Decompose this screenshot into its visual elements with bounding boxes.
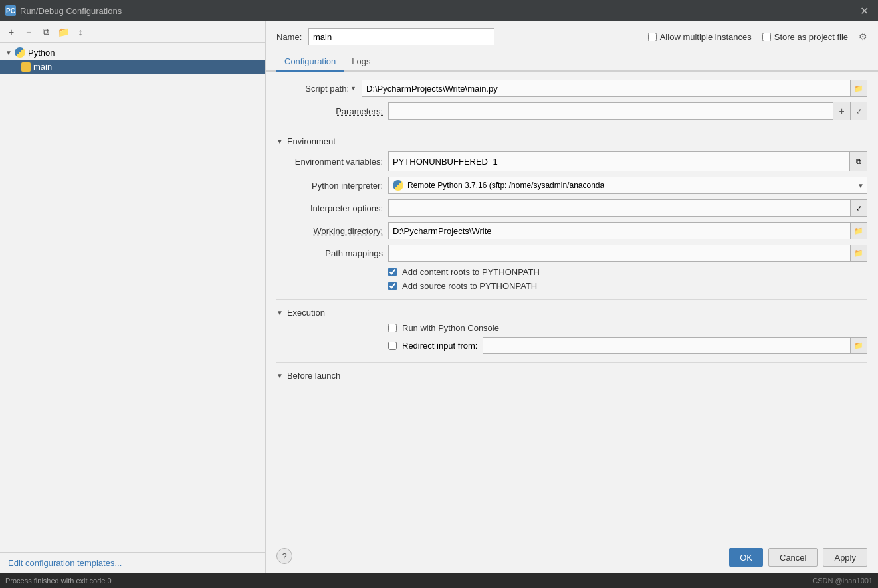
script-path-dropdown-arrow[interactable]: ▼ — [350, 85, 356, 92]
before-launch-arrow: ▼ — [276, 372, 283, 379]
allow-multiple-label: Allow multiple instances — [660, 32, 752, 42]
add-content-roots-row: Add content roots to PYTHONPATH — [276, 267, 867, 277]
add-config-button[interactable]: + — [4, 25, 19, 39]
config-tree: ▼ Python main — [0, 43, 265, 552]
help-button[interactable]: ? — [276, 548, 292, 564]
allow-multiple-item: Allow multiple instances — [648, 32, 752, 42]
env-vars-label: Environment variables: — [276, 157, 383, 167]
remove-config-button[interactable]: − — [21, 25, 36, 39]
apply-button[interactable]: Apply — [823, 548, 867, 567]
title-bar: PC Run/Debug Configurations ✕ — [0, 0, 878, 21]
store-project-checkbox[interactable] — [762, 33, 771, 41]
interpreter-python-icon — [393, 180, 403, 191]
execution-label: Execution — [287, 308, 325, 318]
environment-collapse-arrow: ▼ — [276, 138, 283, 145]
working-dir-browse-button[interactable]: 📁 — [850, 222, 867, 239]
separator-1 — [276, 128, 867, 128]
interpreter-options-input[interactable] — [388, 199, 867, 217]
working-dir-label: Working directory: — [276, 226, 383, 236]
tree-arrow-python: ▼ — [5, 49, 12, 56]
path-mappings-input[interactable] — [388, 245, 867, 262]
tab-configuration[interactable]: Configuration — [276, 52, 344, 72]
add-content-roots-checkbox[interactable] — [388, 268, 397, 276]
sort-config-button[interactable]: ↕ — [73, 25, 88, 39]
parameters-plus-button[interactable]: + — [833, 102, 850, 120]
tree-python-group[interactable]: ▼ Python — [0, 45, 265, 60]
env-vars-box[interactable]: PYTHONUNBUFFERED=1 ⧉ — [388, 151, 867, 171]
add-content-roots-label: Add content roots to PYTHONPATH — [402, 267, 540, 277]
separator-3 — [276, 362, 867, 363]
status-text: Process finished with exit code 0 — [5, 577, 112, 585]
add-source-roots-label: Add source roots to PYTHONPATH — [402, 281, 537, 291]
parameters-row: Parameters: + ⤢ — [276, 102, 867, 120]
script-path-browse-button[interactable]: 📁 — [850, 80, 867, 97]
path-mappings-browse-button[interactable]: 📁 — [850, 245, 867, 262]
before-launch-section-header[interactable]: ▼ Before launch — [276, 371, 867, 381]
parameters-input[interactable] — [388, 102, 867, 120]
interpreter-label: Python interpreter: — [276, 181, 383, 191]
run-python-console-row: Run with Python Console — [276, 323, 867, 333]
environment-label: Environment — [287, 136, 336, 146]
name-row: Name: — [276, 28, 637, 45]
redirect-input-field[interactable] — [483, 337, 867, 354]
store-project-label: Store as project file — [774, 32, 848, 42]
main-content: + − ⧉ 📁 ↕ ▼ Python main Edit configurati… — [0, 21, 878, 573]
parameters-expand-button[interactable]: ⤢ — [850, 102, 867, 120]
left-panel: + − ⧉ 📁 ↕ ▼ Python main Edit configurati… — [0, 21, 266, 573]
path-mappings-row: Path mappings 📁 — [276, 245, 867, 262]
store-project-item: Store as project file — [762, 32, 848, 42]
left-toolbar: + − ⧉ 📁 ↕ — [0, 21, 265, 43]
working-dir-row: Working directory: 📁 — [276, 222, 867, 239]
redirect-input-label: Redirect input from: — [402, 341, 477, 351]
interpreter-select[interactable]: Remote Python 3.7.16 (sftp: /home/sysadm… — [388, 177, 867, 194]
title-bar-left: PC Run/Debug Configurations — [5, 5, 122, 16]
interpreter-row: Python interpreter: Remote Python 3.7.16… — [276, 177, 867, 194]
edit-templates-link[interactable]: Edit configuration templates... — [8, 558, 122, 568]
dialog-title: Run/Debug Configurations — [20, 6, 122, 16]
script-path-input[interactable] — [362, 80, 867, 97]
folder-config-button[interactable]: 📁 — [56, 25, 70, 39]
run-debug-dialog: PC Run/Debug Configurations ✕ + − ⧉ 📁 ↕ … — [0, 0, 878, 588]
env-vars-row: Environment variables: PYTHONUNBUFFERED=… — [276, 151, 867, 171]
status-attribution: CSDN @ihan1001 — [812, 577, 873, 585]
config-scroll-area: Script path: ▼ 📁 Parameters: + ⤢ — [266, 72, 878, 541]
run-python-console-checkbox[interactable] — [388, 324, 397, 332]
allow-multiple-checkbox[interactable] — [648, 33, 657, 41]
path-mappings-wrapper: 📁 — [388, 245, 867, 262]
python-group-label: Python — [28, 48, 55, 58]
copy-config-button[interactable]: ⧉ — [39, 25, 53, 39]
add-source-roots-checkbox[interactable] — [388, 282, 397, 290]
environment-section-header[interactable]: ▼ Environment — [276, 136, 867, 146]
interpreter-options-label: Interpreter options: — [276, 203, 383, 213]
tab-logs[interactable]: Logs — [344, 52, 378, 72]
run-config-icon — [21, 62, 31, 72]
working-dir-input[interactable] — [388, 222, 867, 239]
close-button[interactable]: ✕ — [856, 3, 873, 19]
app-icon: PC — [5, 5, 16, 16]
parameters-input-wrapper: + ⤢ — [388, 102, 867, 120]
interpreter-options-expand-button[interactable]: ⤢ — [850, 199, 867, 217]
python-group-icon — [15, 47, 25, 58]
name-input[interactable] — [308, 28, 494, 45]
interpreter-options-wrapper: ⤢ — [388, 199, 867, 217]
cancel-button[interactable]: Cancel — [768, 548, 818, 567]
interpreter-value: Remote Python 3.7.16 (sftp: /home/sysadm… — [407, 181, 604, 190]
redirect-input-checkbox[interactable] — [388, 342, 397, 350]
execution-section-header[interactable]: ▼ Execution — [276, 308, 867, 318]
redirect-input-wrapper: 📁 — [483, 337, 867, 354]
status-bar: Process finished with exit code 0 CSDN @… — [0, 573, 878, 588]
ok-button[interactable]: OK — [729, 548, 763, 567]
bottom-bar: ? OK Cancel Apply — [266, 541, 878, 573]
gear-button[interactable]: ⚙ — [859, 31, 867, 42]
redirect-browse-button[interactable]: 📁 — [850, 337, 867, 354]
checkbox-group: Allow multiple instances Store as projec… — [648, 31, 867, 42]
execution-collapse-arrow: ▼ — [276, 309, 283, 316]
env-vars-value: PYTHONUNBUFFERED=1 — [393, 157, 498, 167]
script-path-input-wrapper: 📁 — [362, 80, 867, 97]
parameters-label: Parameters: — [276, 106, 383, 116]
tree-main-item[interactable]: main — [0, 60, 265, 74]
script-path-label: Script path: ▼ — [276, 84, 356, 94]
main-item-label: main — [33, 62, 52, 72]
working-dir-wrapper: 📁 — [388, 222, 867, 239]
env-vars-copy-button[interactable]: ⧉ — [849, 152, 867, 171]
